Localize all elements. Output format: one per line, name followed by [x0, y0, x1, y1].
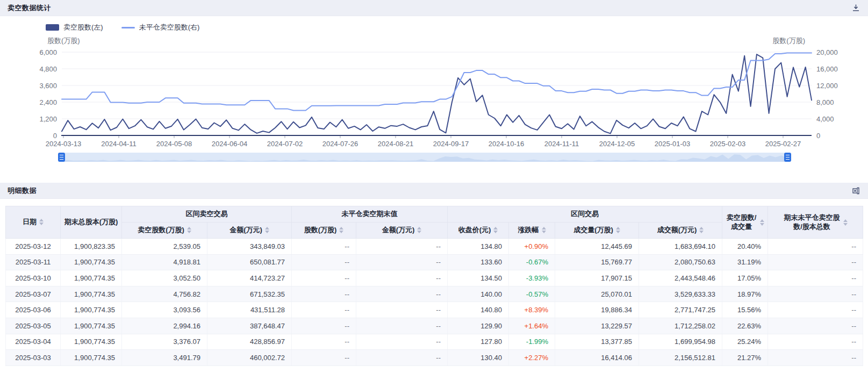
export-excel-icon[interactable] — [852, 186, 860, 195]
table-cell: 2,539.05 — [122, 239, 207, 255]
table-cell: -0.57% — [509, 286, 555, 302]
column-header-label: 期末总股本(万股) — [64, 218, 118, 227]
table-cell: -0.67% — [509, 254, 555, 270]
sort-caret-icon — [39, 219, 44, 225]
column-header[interactable]: 成交量(万股) — [555, 223, 639, 239]
table-cell: -- — [292, 302, 356, 318]
table-cell: 140.80 — [448, 302, 509, 318]
column-header[interactable]: 日期 — [6, 206, 61, 239]
table-cell: 15.56% — [722, 302, 768, 318]
chart-panel-header: 卖空数据统计 — [0, 0, 868, 16]
table-cell: 3,052.50 — [122, 270, 207, 286]
table-cell: 387,648.47 — [207, 318, 292, 334]
table-cell: 428,856.97 — [207, 334, 292, 350]
table-cell: 130.40 — [448, 350, 509, 366]
table-row: 2025-03-101,900,774.353,052.50414,723.27… — [6, 270, 863, 286]
table-cell: 129.90 — [448, 318, 509, 334]
column-header-label: 日期 — [23, 218, 37, 227]
table-cell: 12,445.69 — [555, 239, 639, 255]
right-axis-tick-label: 16,000 — [816, 65, 838, 73]
table-row: 2025-03-061,900,774.353,093.56431,511.28… — [6, 302, 863, 318]
datazoom-slider[interactable] — [62, 153, 787, 162]
sort-caret-icon — [542, 227, 546, 233]
column-header-label: 金额(万元) — [382, 226, 415, 235]
legend-label: 卖空股数(左) — [63, 23, 103, 32]
table-row: 2025-03-051,900,774.352,994.16387,648.47… — [6, 318, 863, 334]
column-header[interactable]: 涨跌幅 — [509, 223, 555, 239]
x-tick-label: 2024-12-05 — [599, 140, 635, 148]
right-axis-name: 股数(万股) — [772, 37, 805, 45]
legend-item-open-short-shares[interactable]: 未平仓卖空股数(右) — [121, 23, 200, 32]
table-cell: 1,900,823.35 — [61, 239, 122, 255]
table-cell: 22.63% — [722, 318, 768, 334]
right-axis-tick-label: 0 — [816, 132, 820, 140]
column-header[interactable]: 金额(万元) — [207, 223, 292, 239]
chart-canvas[interactable]: 6,00020,0004,80016,0003,60012,0002,4008,… — [0, 16, 868, 150]
column-header-label: 金额(万元) — [229, 226, 262, 235]
table-cell: 1,900,774.35 — [61, 350, 122, 366]
table-cell: 21.27% — [722, 350, 768, 366]
x-tick-label: 2024-07-02 — [267, 140, 303, 148]
table-cell: 343,849.03 — [207, 239, 292, 255]
table-row: 2025-03-071,900,774.354,756.82671,532.35… — [6, 286, 863, 302]
x-tick-label: 2024-08-21 — [378, 140, 414, 148]
table-cell: 1,900,774.35 — [61, 270, 122, 286]
table-cell: 431,511.28 — [207, 302, 292, 318]
column-header[interactable]: 卖空股数/成交量 — [722, 206, 768, 239]
table-cell: 1,900,774.35 — [61, 334, 122, 350]
table-cell: +1.64% — [509, 318, 555, 334]
right-axis-tick-label: 8,000 — [816, 98, 834, 106]
datazoom-preview — [62, 153, 787, 162]
column-header[interactable]: 期末未平仓卖空股数/股本总数 — [768, 206, 863, 239]
column-header[interactable]: 收盘价(元) — [448, 223, 509, 239]
table-cell: 19,886.34 — [555, 302, 639, 318]
legend-item-short-shares[interactable]: 卖空股数(左) — [46, 23, 103, 32]
table-cell: 13,229.57 — [555, 318, 639, 334]
table-cell: -- — [356, 254, 448, 270]
table-cell: -- — [356, 239, 448, 255]
detail-panel-header: 明细数据 — [0, 183, 868, 199]
download-icon[interactable] — [852, 4, 860, 12]
column-header-label: 成交额(万元) — [657, 226, 697, 235]
table-cell: 1,699,954.98 — [639, 334, 722, 350]
x-tick-label: 2024-07-26 — [322, 140, 358, 148]
table-cell: 31.19% — [722, 254, 768, 270]
preview-area — [62, 154, 787, 162]
table-cell: 3,376.07 — [122, 334, 207, 350]
table-cell: -- — [292, 350, 356, 366]
column-header[interactable]: 卖空股数(万股) — [122, 223, 207, 239]
column-header[interactable]: 金额(万元) — [356, 223, 448, 239]
table-cell: 460,002.72 — [207, 350, 292, 366]
column-header-label: 成交量(万股) — [573, 226, 613, 235]
handle-grip-icon — [60, 155, 63, 160]
table-cell: 1,900,774.35 — [61, 318, 122, 334]
table-cell: -- — [768, 318, 863, 334]
datazoom-left-handle[interactable] — [58, 153, 65, 162]
table-cell: -1.99% — [509, 334, 555, 350]
left-axis-tick-label: 0 — [53, 132, 57, 140]
table-cell: 2,443,548.46 — [639, 270, 722, 286]
table-cell: -- — [356, 334, 448, 350]
table-cell: -- — [356, 286, 448, 302]
table-cell: 16,414.06 — [555, 350, 639, 366]
sort-caret-icon — [699, 227, 704, 233]
column-header[interactable]: 成交额(万元) — [639, 223, 722, 239]
right-axis-tick-label: 4,000 — [816, 115, 834, 123]
table-cell: 1,900,774.35 — [61, 286, 122, 302]
table-cell: 140.00 — [448, 286, 509, 302]
sort-caret-icon — [760, 219, 764, 226]
table-cell: 134.50 — [448, 270, 509, 286]
left-axis-tick-label: 4,800 — [39, 65, 57, 73]
x-tick-label: 2025-02-27 — [765, 140, 801, 148]
x-tick-label: 2024-09-17 — [433, 140, 469, 148]
datazoom-right-handle[interactable] — [784, 153, 791, 162]
cell-date: 2025-03-04 — [6, 334, 61, 350]
column-header[interactable]: 股数(万股) — [292, 223, 356, 239]
table-cell: 1,712,258.02 — [639, 318, 722, 334]
table-cell: -3.93% — [509, 270, 555, 286]
legend-bar-swatch — [46, 24, 59, 31]
table-cell: 20.40% — [722, 239, 768, 255]
column-group-header: 区间卖空交易 — [122, 206, 292, 223]
left-axis-tick-label: 6,000 — [39, 48, 57, 56]
short-selling-chart[interactable]: 6,00020,0004,80016,0003,60012,0002,4008,… — [0, 16, 868, 183]
